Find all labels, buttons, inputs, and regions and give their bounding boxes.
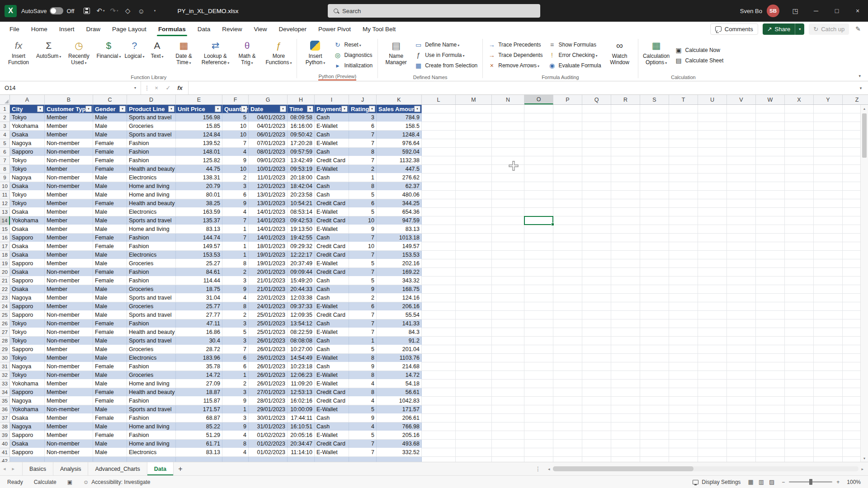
cell-O38[interactable]	[524, 422, 553, 431]
cell-L36[interactable]	[422, 405, 456, 414]
cell-N42[interactable]	[492, 457, 524, 462]
cell-P6[interactable]	[553, 148, 582, 156]
cell-S12[interactable]	[640, 199, 669, 208]
cell-Y32[interactable]	[814, 371, 843, 380]
cell-C32[interactable]: Male	[93, 371, 127, 380]
row-header-33[interactable]: 33	[0, 380, 10, 388]
cell-M4[interactable]	[456, 131, 492, 139]
cell-W32[interactable]	[756, 371, 785, 380]
cell-O21[interactable]	[524, 277, 553, 285]
cell-W26[interactable]	[756, 319, 785, 328]
cell-G29[interactable]: 26/01/2023	[249, 345, 288, 354]
cell-D27[interactable]: Health and beauty	[127, 328, 176, 337]
row-header-5[interactable]: 5	[0, 139, 10, 148]
cell-K7[interactable]: 1132.38	[377, 156, 422, 165]
cell-K25[interactable]: 55.54	[377, 311, 422, 319]
cell-X24[interactable]	[785, 302, 814, 311]
cell-N10[interactable]	[492, 182, 524, 191]
cell-G25[interactable]: 25/01/2023	[249, 311, 288, 319]
cell-T13[interactable]	[669, 208, 698, 216]
cell-S21[interactable]	[640, 277, 669, 285]
cell-R3[interactable]	[611, 122, 640, 131]
cell-T21[interactable]	[669, 277, 698, 285]
cell-R36[interactable]	[611, 405, 640, 414]
define-name-button[interactable]: ▭Define Name▾	[412, 40, 462, 50]
cell-S35[interactable]	[640, 397, 669, 405]
cell-U39[interactable]	[698, 431, 727, 440]
cell-F17[interactable]: 1	[222, 242, 249, 251]
cell-H39[interactable]: 20:05:16	[288, 431, 315, 440]
cell-K26[interactable]: 141.33	[377, 319, 422, 328]
cell-E26[interactable]: 47.11	[176, 319, 222, 328]
cell-V5[interactable]	[727, 139, 756, 148]
cell-U34[interactable]	[698, 388, 727, 397]
cell-A36[interactable]: Yokohama	[10, 405, 45, 414]
cell-A39[interactable]: Sapporo	[10, 431, 45, 440]
cell-H34[interactable]: 12:53:13	[288, 388, 315, 397]
filter-button-city[interactable]: ▾	[37, 106, 43, 112]
cell-L2[interactable]	[422, 113, 456, 122]
comments-button[interactable]: Comments	[710, 23, 758, 35]
cell-O3[interactable]	[524, 122, 553, 131]
cell-N14[interactable]	[492, 216, 524, 225]
cell-U20[interactable]	[698, 268, 727, 277]
cell-V3[interactable]	[727, 122, 756, 131]
cell-U6[interactable]	[698, 148, 727, 156]
insert-python-button[interactable]: Insert Python▾	[299, 37, 331, 73]
cell-B16[interactable]: Member	[45, 234, 93, 242]
cell-G22[interactable]: 21/01/2023	[249, 285, 288, 294]
cell-C9[interactable]: Male	[93, 174, 127, 182]
cell-U11[interactable]	[698, 191, 727, 199]
cell-N32[interactable]	[492, 371, 524, 380]
cell-P14[interactable]	[553, 216, 582, 225]
cell-F19[interactable]: 8	[222, 259, 249, 268]
cell-K19[interactable]: 202.16	[377, 259, 422, 268]
sheet-tab-menu[interactable]: ⋮	[531, 462, 546, 475]
cell-F5[interactable]: 7	[222, 139, 249, 148]
cell-D9[interactable]: Electronics	[127, 174, 176, 182]
cell-W29[interactable]	[756, 345, 785, 354]
cell-R40[interactable]	[611, 440, 640, 448]
cell-R17[interactable]	[611, 242, 640, 251]
cell-W13[interactable]	[756, 208, 785, 216]
cell-Q9[interactable]	[582, 174, 611, 182]
cell-K28[interactable]: 91.2	[377, 337, 422, 345]
cell-R11[interactable]	[611, 191, 640, 199]
cell-U29[interactable]	[698, 345, 727, 354]
cell-D40[interactable]: Home and living	[127, 440, 176, 448]
cell-Q14[interactable]	[582, 216, 611, 225]
cell-D13[interactable]: Electronics	[127, 208, 176, 216]
cell-E19[interactable]: 25.27	[176, 259, 222, 268]
cell-L20[interactable]	[422, 268, 456, 277]
cell-W18[interactable]	[756, 251, 785, 259]
cell-H14[interactable]: 09:42:53	[288, 216, 315, 225]
cell-T32[interactable]	[669, 371, 698, 380]
cell-E30[interactable]: 183.96	[176, 354, 222, 362]
cell-R16[interactable]	[611, 234, 640, 242]
cell-J1[interactable]: Rating▾	[349, 105, 377, 113]
cell-A23[interactable]: Nagoya	[10, 294, 45, 302]
cell-Y38[interactable]	[814, 422, 843, 431]
cell-N7[interactable]	[492, 156, 524, 165]
cell-X2[interactable]	[785, 113, 814, 122]
cell-T6[interactable]	[669, 148, 698, 156]
cell-D35[interactable]: Fashion	[127, 397, 176, 405]
cell-N21[interactable]	[492, 277, 524, 285]
zoom-out-button[interactable]: −	[782, 479, 785, 485]
cell-U4[interactable]	[698, 131, 727, 139]
cell-A26[interactable]: Tokyo	[10, 319, 45, 328]
cell-U35[interactable]	[698, 397, 727, 405]
cell-B24[interactable]: Member	[45, 302, 93, 311]
cell-V10[interactable]	[727, 182, 756, 191]
cell-D14[interactable]: Sports and travel	[127, 216, 176, 225]
row-header-11[interactable]: 11	[0, 191, 10, 199]
cell-W41[interactable]	[756, 448, 785, 457]
cell-P31[interactable]	[553, 362, 582, 371]
cell-A25[interactable]: Sapporo	[10, 311, 45, 319]
cell-P3[interactable]	[553, 122, 582, 131]
cell-J13[interactable]: 5	[349, 208, 377, 216]
cell-T17[interactable]	[669, 242, 698, 251]
cell-H29[interactable]: 10:27:00	[288, 345, 315, 354]
cell-U25[interactable]	[698, 311, 727, 319]
cell-I29[interactable]: Cash	[315, 345, 349, 354]
